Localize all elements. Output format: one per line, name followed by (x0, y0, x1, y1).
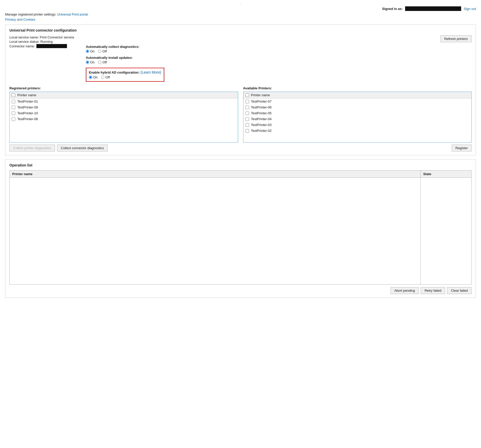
printer-name: TestPrinter-03 (251, 123, 272, 127)
printer-name: TestPrinter-06 (251, 105, 272, 109)
available-printers-column: Available Printers: Printer name TestPri… (243, 86, 472, 151)
available-printers-title: Available Printers: (243, 86, 472, 90)
col-printer-name: Printer name (10, 171, 421, 178)
operation-list-title: Operation list (9, 163, 472, 167)
list-item[interactable]: TestPrinter-05 (243, 110, 472, 116)
hybrid-ad-on[interactable]: On (89, 75, 98, 79)
printer-checkbox[interactable] (245, 123, 249, 127)
registered-select-all-checkbox[interactable] (12, 93, 15, 97)
hybrid-ad-off[interactable]: Off (101, 75, 110, 79)
privacy-cookies-link[interactable]: Privacy and Cookies (5, 18, 35, 21)
connector-config-section: Universal Print connector configuration … (5, 24, 476, 155)
auto-diagnostics-on[interactable]: On (86, 49, 94, 53)
printer-name: TestPrinter-08 (17, 117, 38, 121)
printer-checkbox[interactable] (12, 106, 15, 109)
hybrid-ad-box: Enable hybrid AD configuration: (Learn M… (86, 68, 164, 82)
learn-more-link[interactable]: (Learn More) (141, 70, 161, 74)
auto-updates-off[interactable]: Off (98, 60, 107, 64)
available-printers-header: Printer name (243, 92, 472, 99)
list-item[interactable]: TestPrinter-03 (243, 122, 472, 128)
manage-text: Manage registered printer settings: Univ… (5, 12, 88, 16)
available-select-all-checkbox[interactable] (245, 93, 249, 97)
printer-name: TestPrinter-02 (251, 129, 272, 133)
register-button[interactable]: Register (452, 145, 472, 151)
clear-failed-button[interactable]: Clear failed (447, 287, 472, 294)
connector-config-title: Universal Print connector configuration (9, 28, 472, 32)
registered-printers-column: Registered printers: Printer name TestPr… (9, 86, 238, 151)
hybrid-ad-section: Enable hybrid AD configuration: (Learn M… (86, 67, 472, 82)
connector-name-value (36, 44, 67, 48)
printers-layout: Registered printers: Printer name TestPr… (9, 86, 472, 151)
collect-connector-diagnostics-button[interactable]: Collect connector diagnostics (57, 145, 108, 151)
printer-name: TestPrinter-09 (17, 105, 38, 109)
printer-checkbox[interactable] (245, 117, 249, 121)
local-service-name: Local service name: Print Connector serv… (9, 35, 81, 39)
operation-footer: Abort pending Retry failed Clear failed (9, 287, 472, 294)
printer-checkbox[interactable] (12, 100, 15, 103)
signed-in-label: Signed in as: (382, 7, 403, 11)
table-row (10, 178, 472, 285)
refresh-printers-button[interactable]: Refresh printers (441, 35, 472, 42)
retry-failed-button[interactable]: Retry failed (421, 287, 445, 294)
collect-printer-diagnostics-button[interactable]: Collect printer diagnostics (9, 145, 55, 151)
list-item[interactable]: TestPrinter-07 (243, 99, 472, 104)
hybrid-ad-label: Enable hybrid AD configuration: (89, 71, 140, 74)
sign-out-link[interactable]: Sign out (464, 7, 476, 11)
list-item[interactable]: TestPrinter-06 (243, 104, 472, 110)
printer-checkbox[interactable] (12, 111, 15, 115)
abort-pending-button[interactable]: Abort pending (391, 287, 419, 294)
printer-name: TestPrinter-04 (251, 117, 272, 121)
signed-in-value (405, 6, 461, 11)
auto-updates-label: Automatically install updates: (86, 56, 472, 60)
printer-checkbox[interactable] (245, 111, 249, 115)
list-item[interactable]: TestPrinter-02 (243, 128, 472, 134)
operation-table: Printer name State (9, 170, 472, 285)
printer-checkbox[interactable] (245, 106, 249, 109)
registered-printers-header: Printer name (10, 92, 238, 99)
connector-name-row: Connector name: (9, 44, 81, 48)
printer-name: TestPrinter-05 (251, 111, 272, 115)
auto-diagnostics-label: Automatically collect diagnostics: (86, 45, 472, 49)
auto-diagnostics-off[interactable]: Off (98, 49, 107, 53)
auto-updates-section: Automatically install updates: On Off (86, 56, 472, 64)
list-item[interactable]: TestPrinter-09 (10, 104, 238, 110)
list-item[interactable]: TestPrinter-04 (243, 116, 472, 122)
printer-name: TestPrinter-10 (17, 111, 38, 115)
operation-table-body (10, 178, 472, 285)
portal-link[interactable]: Universal Print portal (57, 12, 88, 16)
auto-updates-on[interactable]: On (86, 60, 94, 64)
local-service-status: Local service status: Running (9, 40, 81, 44)
operation-list-section: Operation list Printer name State Abort … (5, 159, 476, 298)
registered-printers-list: Printer name TestPrinter-01 TestPrinter-… (9, 92, 238, 143)
available-printers-list: Printer name TestPrinter-07 TestPrinter-… (243, 92, 472, 143)
list-item[interactable]: TestPrinter-08 (10, 116, 238, 122)
printer-checkbox[interactable] (245, 129, 249, 133)
registered-printers-title: Registered printers: (9, 86, 238, 90)
list-item[interactable]: TestPrinter-10 (10, 110, 238, 116)
printer-checkbox[interactable] (245, 100, 249, 103)
printer-name: TestPrinter-07 (251, 100, 272, 103)
list-item[interactable]: TestPrinter-01 (10, 99, 238, 104)
printer-checkbox[interactable] (12, 117, 15, 121)
col-state: State (421, 171, 472, 178)
printer-name: TestPrinter-01 (17, 100, 38, 103)
register-btn-row: Register (243, 145, 472, 151)
printer-action-buttons: Collect printer diagnostics Collect conn… (9, 145, 238, 151)
auto-diagnostics-section: Automatically collect diagnostics: On Of… (86, 45, 472, 53)
